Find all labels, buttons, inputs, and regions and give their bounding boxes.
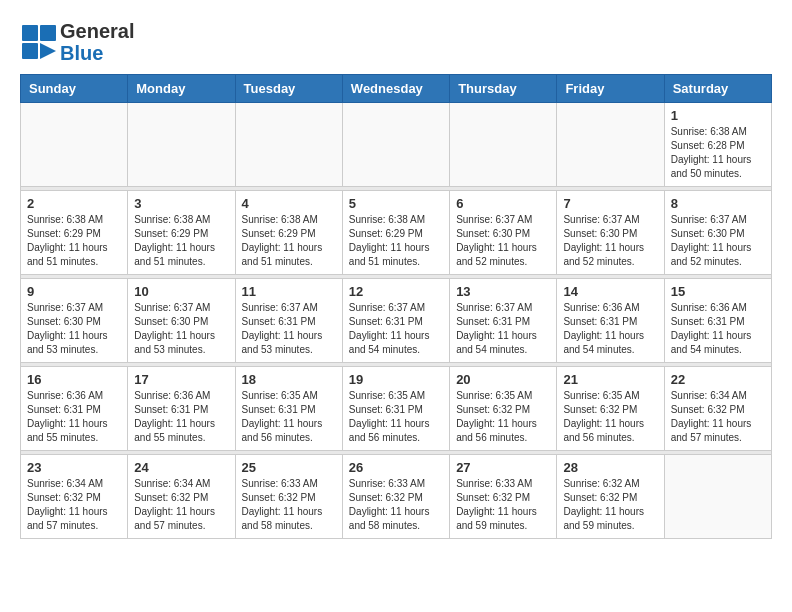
day-info: Sunrise: 6:33 AMSunset: 6:32 PMDaylight:… bbox=[456, 477, 550, 533]
calendar-cell: 23Sunrise: 6:34 AMSunset: 6:32 PMDayligh… bbox=[21, 455, 128, 539]
page-header: General Blue bbox=[20, 20, 772, 64]
svg-rect-0 bbox=[22, 25, 38, 41]
day-number: 8 bbox=[671, 196, 765, 211]
calendar-table: SundayMondayTuesdayWednesdayThursdayFrid… bbox=[20, 74, 772, 539]
calendar-body: 1Sunrise: 6:38 AMSunset: 6:28 PMDaylight… bbox=[21, 103, 772, 539]
calendar-week-4: 23Sunrise: 6:34 AMSunset: 6:32 PMDayligh… bbox=[21, 455, 772, 539]
calendar-cell: 1Sunrise: 6:38 AMSunset: 6:28 PMDaylight… bbox=[664, 103, 771, 187]
calendar-cell: 18Sunrise: 6:35 AMSunset: 6:31 PMDayligh… bbox=[235, 367, 342, 451]
day-info: Sunrise: 6:38 AMSunset: 6:29 PMDaylight:… bbox=[27, 213, 121, 269]
day-number: 23 bbox=[27, 460, 121, 475]
calendar-cell: 6Sunrise: 6:37 AMSunset: 6:30 PMDaylight… bbox=[450, 191, 557, 275]
day-number: 14 bbox=[563, 284, 657, 299]
day-number: 9 bbox=[27, 284, 121, 299]
calendar-cell: 9Sunrise: 6:37 AMSunset: 6:30 PMDaylight… bbox=[21, 279, 128, 363]
day-number: 6 bbox=[456, 196, 550, 211]
calendar-cell bbox=[664, 455, 771, 539]
day-info: Sunrise: 6:37 AMSunset: 6:30 PMDaylight:… bbox=[671, 213, 765, 269]
header-tuesday: Tuesday bbox=[235, 75, 342, 103]
day-info: Sunrise: 6:33 AMSunset: 6:32 PMDaylight:… bbox=[242, 477, 336, 533]
svg-rect-2 bbox=[22, 43, 38, 59]
calendar-cell: 14Sunrise: 6:36 AMSunset: 6:31 PMDayligh… bbox=[557, 279, 664, 363]
calendar-cell: 10Sunrise: 6:37 AMSunset: 6:30 PMDayligh… bbox=[128, 279, 235, 363]
day-info: Sunrise: 6:35 AMSunset: 6:32 PMDaylight:… bbox=[563, 389, 657, 445]
day-info: Sunrise: 6:37 AMSunset: 6:31 PMDaylight:… bbox=[242, 301, 336, 357]
calendar-cell: 5Sunrise: 6:38 AMSunset: 6:29 PMDaylight… bbox=[342, 191, 449, 275]
logo-icon bbox=[20, 23, 58, 61]
day-number: 12 bbox=[349, 284, 443, 299]
day-number: 19 bbox=[349, 372, 443, 387]
calendar-cell: 27Sunrise: 6:33 AMSunset: 6:32 PMDayligh… bbox=[450, 455, 557, 539]
calendar-week-3: 16Sunrise: 6:36 AMSunset: 6:31 PMDayligh… bbox=[21, 367, 772, 451]
day-number: 27 bbox=[456, 460, 550, 475]
calendar-cell: 7Sunrise: 6:37 AMSunset: 6:30 PMDaylight… bbox=[557, 191, 664, 275]
day-info: Sunrise: 6:38 AMSunset: 6:29 PMDaylight:… bbox=[134, 213, 228, 269]
calendar-cell bbox=[557, 103, 664, 187]
calendar-week-1: 2Sunrise: 6:38 AMSunset: 6:29 PMDaylight… bbox=[21, 191, 772, 275]
day-info: Sunrise: 6:35 AMSunset: 6:31 PMDaylight:… bbox=[242, 389, 336, 445]
calendar-cell: 22Sunrise: 6:34 AMSunset: 6:32 PMDayligh… bbox=[664, 367, 771, 451]
calendar-cell: 4Sunrise: 6:38 AMSunset: 6:29 PMDaylight… bbox=[235, 191, 342, 275]
calendar-week-0: 1Sunrise: 6:38 AMSunset: 6:28 PMDaylight… bbox=[21, 103, 772, 187]
day-number: 24 bbox=[134, 460, 228, 475]
day-number: 4 bbox=[242, 196, 336, 211]
day-info: Sunrise: 6:35 AMSunset: 6:31 PMDaylight:… bbox=[349, 389, 443, 445]
day-info: Sunrise: 6:37 AMSunset: 6:30 PMDaylight:… bbox=[563, 213, 657, 269]
header-saturday: Saturday bbox=[664, 75, 771, 103]
day-info: Sunrise: 6:34 AMSunset: 6:32 PMDaylight:… bbox=[134, 477, 228, 533]
logo-blue: Blue bbox=[60, 42, 134, 64]
calendar-cell: 17Sunrise: 6:36 AMSunset: 6:31 PMDayligh… bbox=[128, 367, 235, 451]
calendar-cell bbox=[128, 103, 235, 187]
day-info: Sunrise: 6:37 AMSunset: 6:31 PMDaylight:… bbox=[349, 301, 443, 357]
day-number: 17 bbox=[134, 372, 228, 387]
header-monday: Monday bbox=[128, 75, 235, 103]
calendar-cell: 20Sunrise: 6:35 AMSunset: 6:32 PMDayligh… bbox=[450, 367, 557, 451]
calendar-cell: 2Sunrise: 6:38 AMSunset: 6:29 PMDaylight… bbox=[21, 191, 128, 275]
day-number: 5 bbox=[349, 196, 443, 211]
calendar-cell: 21Sunrise: 6:35 AMSunset: 6:32 PMDayligh… bbox=[557, 367, 664, 451]
calendar-cell: 13Sunrise: 6:37 AMSunset: 6:31 PMDayligh… bbox=[450, 279, 557, 363]
calendar-cell: 24Sunrise: 6:34 AMSunset: 6:32 PMDayligh… bbox=[128, 455, 235, 539]
logo: General Blue bbox=[20, 20, 134, 64]
day-number: 3 bbox=[134, 196, 228, 211]
calendar-cell: 15Sunrise: 6:36 AMSunset: 6:31 PMDayligh… bbox=[664, 279, 771, 363]
header-sunday: Sunday bbox=[21, 75, 128, 103]
calendar-cell: 16Sunrise: 6:36 AMSunset: 6:31 PMDayligh… bbox=[21, 367, 128, 451]
day-info: Sunrise: 6:38 AMSunset: 6:29 PMDaylight:… bbox=[349, 213, 443, 269]
day-info: Sunrise: 6:34 AMSunset: 6:32 PMDaylight:… bbox=[27, 477, 121, 533]
calendar-cell: 19Sunrise: 6:35 AMSunset: 6:31 PMDayligh… bbox=[342, 367, 449, 451]
day-number: 16 bbox=[27, 372, 121, 387]
calendar-header-row: SundayMondayTuesdayWednesdayThursdayFrid… bbox=[21, 75, 772, 103]
day-number: 28 bbox=[563, 460, 657, 475]
header-friday: Friday bbox=[557, 75, 664, 103]
day-number: 22 bbox=[671, 372, 765, 387]
day-number: 25 bbox=[242, 460, 336, 475]
calendar-week-2: 9Sunrise: 6:37 AMSunset: 6:30 PMDaylight… bbox=[21, 279, 772, 363]
day-info: Sunrise: 6:38 AMSunset: 6:29 PMDaylight:… bbox=[242, 213, 336, 269]
day-number: 18 bbox=[242, 372, 336, 387]
day-info: Sunrise: 6:36 AMSunset: 6:31 PMDaylight:… bbox=[671, 301, 765, 357]
day-info: Sunrise: 6:37 AMSunset: 6:30 PMDaylight:… bbox=[134, 301, 228, 357]
day-number: 13 bbox=[456, 284, 550, 299]
calendar-cell: 28Sunrise: 6:32 AMSunset: 6:32 PMDayligh… bbox=[557, 455, 664, 539]
header-wednesday: Wednesday bbox=[342, 75, 449, 103]
day-info: Sunrise: 6:38 AMSunset: 6:28 PMDaylight:… bbox=[671, 125, 765, 181]
logo-general: General bbox=[60, 20, 134, 42]
day-number: 11 bbox=[242, 284, 336, 299]
svg-rect-1 bbox=[40, 25, 56, 41]
day-number: 15 bbox=[671, 284, 765, 299]
day-info: Sunrise: 6:32 AMSunset: 6:32 PMDaylight:… bbox=[563, 477, 657, 533]
calendar-cell: 12Sunrise: 6:37 AMSunset: 6:31 PMDayligh… bbox=[342, 279, 449, 363]
day-info: Sunrise: 6:35 AMSunset: 6:32 PMDaylight:… bbox=[456, 389, 550, 445]
day-info: Sunrise: 6:36 AMSunset: 6:31 PMDaylight:… bbox=[563, 301, 657, 357]
calendar-cell: 3Sunrise: 6:38 AMSunset: 6:29 PMDaylight… bbox=[128, 191, 235, 275]
day-number: 1 bbox=[671, 108, 765, 123]
calendar-cell bbox=[342, 103, 449, 187]
calendar-cell: 11Sunrise: 6:37 AMSunset: 6:31 PMDayligh… bbox=[235, 279, 342, 363]
calendar-cell: 26Sunrise: 6:33 AMSunset: 6:32 PMDayligh… bbox=[342, 455, 449, 539]
day-info: Sunrise: 6:37 AMSunset: 6:31 PMDaylight:… bbox=[456, 301, 550, 357]
calendar-cell: 8Sunrise: 6:37 AMSunset: 6:30 PMDaylight… bbox=[664, 191, 771, 275]
header-thursday: Thursday bbox=[450, 75, 557, 103]
calendar-cell bbox=[21, 103, 128, 187]
day-number: 10 bbox=[134, 284, 228, 299]
